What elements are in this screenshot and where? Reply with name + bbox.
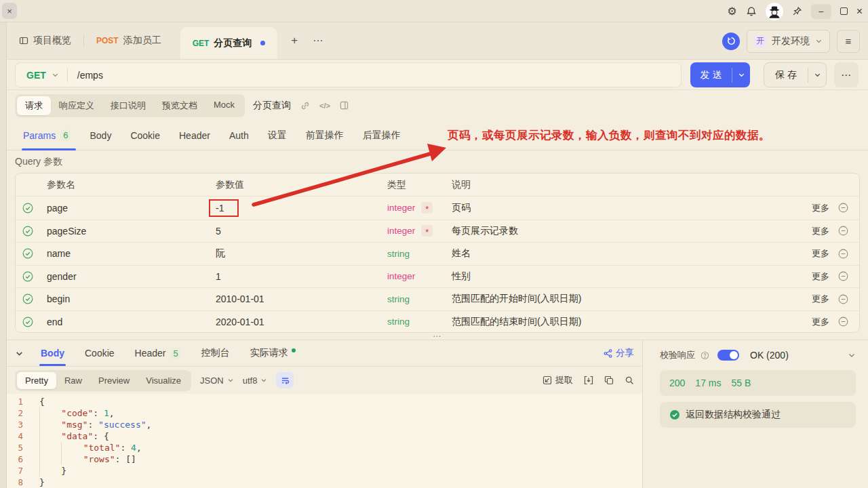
- param-name[interactable]: gender: [40, 271, 208, 282]
- env-check-icon[interactable]: [722, 33, 740, 50]
- doc-tab-api-doc[interactable]: 接口说明: [102, 96, 154, 115]
- encoding-select[interactable]: utf8: [243, 375, 268, 386]
- tab-get-page-query-active[interactable]: GET 分页查询: [180, 27, 278, 59]
- remove-param-icon[interactable]: [838, 226, 848, 236]
- panel-resize-handle[interactable]: ⋯: [7, 333, 868, 340]
- mode-raw[interactable]: Raw: [56, 372, 90, 389]
- overlay-close-button[interactable]: ×: [2, 3, 17, 19]
- param-enabled-checkbox[interactable]: [16, 271, 40, 282]
- param-value[interactable]: 5: [216, 226, 221, 237]
- tab-pre-actions[interactable]: 前置操作: [296, 121, 353, 150]
- param-desc[interactable]: 范围匹配的结束时间(入职日期): [448, 316, 797, 328]
- tab-params[interactable]: Params 6: [15, 121, 80, 150]
- remove-param-icon[interactable]: [838, 317, 848, 327]
- collapse-chevron-icon[interactable]: [15, 349, 24, 358]
- resp-tab-cookie[interactable]: Cookie: [75, 340, 125, 366]
- param-value[interactable]: 1: [216, 271, 221, 282]
- tab-auth[interactable]: Auth: [220, 121, 258, 150]
- param-name[interactable]: end: [40, 317, 208, 327]
- link-icon[interactable]: [300, 101, 310, 110]
- param-value[interactable]: -1: [209, 199, 239, 217]
- resp-tab-actual-request[interactable]: 实际请求: [240, 340, 306, 366]
- param-value-cell[interactable]: -1: [208, 199, 380, 217]
- share-button[interactable]: 分享: [604, 347, 634, 359]
- param-name[interactable]: pageSize: [40, 226, 208, 237]
- param-desc[interactable]: 范围匹配的开始时间(入职日期): [448, 293, 797, 305]
- url-path[interactable]: /emps: [77, 70, 103, 81]
- doc-tab-preview[interactable]: 预览文档: [154, 96, 205, 115]
- notifications-bell-icon[interactable]: [746, 6, 757, 17]
- resp-tab-header[interactable]: Header 5: [125, 340, 191, 366]
- param-enabled-checkbox[interactable]: [16, 248, 40, 259]
- param-value[interactable]: 阮: [216, 247, 225, 260]
- new-tab-button[interactable]: +: [287, 34, 302, 47]
- doc-tab-response-def[interactable]: 响应定义: [51, 96, 102, 115]
- window-minimize-button[interactable]: −: [811, 4, 831, 19]
- param-value-cell[interactable]: 5: [208, 226, 380, 237]
- param-name[interactable]: begin: [40, 293, 208, 304]
- mode-preview[interactable]: Preview: [90, 372, 138, 389]
- user-avatar[interactable]: [766, 3, 783, 20]
- code-icon[interactable]: </>: [319, 102, 330, 110]
- tab-header[interactable]: Header: [170, 121, 220, 150]
- save-response-icon[interactable]: [584, 375, 593, 385]
- save-button[interactable]: 保 存: [764, 62, 827, 87]
- param-desc[interactable]: 每页展示记录数: [448, 225, 797, 237]
- method-select[interactable]: GET: [26, 70, 46, 81]
- param-value-cell[interactable]: 2020-01-01: [208, 317, 380, 327]
- copy-icon[interactable]: [604, 375, 614, 385]
- tab-post-add-employee[interactable]: POST 添加员工: [92, 22, 165, 60]
- tab-settings[interactable]: 设置: [258, 121, 296, 150]
- window-close-button[interactable]: ×: [856, 5, 863, 18]
- request-more-button[interactable]: ⋯: [834, 62, 859, 87]
- window-maximize-button[interactable]: [840, 7, 848, 15]
- param-desc[interactable]: 姓名: [448, 247, 797, 260]
- remove-param-icon[interactable]: [838, 294, 848, 304]
- remove-param-icon[interactable]: [838, 271, 848, 281]
- response-body-editor[interactable]: 1{2 "code": 1,3 "msg": "success",4 "data…: [7, 394, 642, 488]
- tab-cookie[interactable]: Cookie: [121, 121, 170, 150]
- param-desc[interactable]: 性别: [448, 270, 797, 283]
- extract-button[interactable]: 提取: [542, 374, 573, 386]
- param-more-button[interactable]: 更多: [812, 247, 829, 260]
- remove-param-icon[interactable]: [838, 203, 848, 213]
- send-button[interactable]: 发 送: [690, 62, 750, 87]
- tab-overflow-button[interactable]: ⋯: [309, 35, 328, 47]
- param-enabled-checkbox[interactable]: [16, 203, 40, 214]
- chevron-down-icon[interactable]: [848, 351, 856, 359]
- collapsed-sidebar-strip[interactable]: [0, 22, 7, 488]
- settings-gear-icon[interactable]: ⚙: [727, 6, 736, 17]
- param-value-cell[interactable]: 阮: [208, 247, 380, 260]
- resp-tab-body[interactable]: Body: [31, 340, 75, 366]
- save-dropdown[interactable]: [808, 71, 826, 79]
- tab-body[interactable]: Body: [80, 121, 121, 150]
- resp-tab-console[interactable]: 控制台: [191, 340, 240, 366]
- param-more-button[interactable]: 更多: [812, 293, 829, 305]
- doc-tab-request[interactable]: 请求: [17, 96, 51, 115]
- help-icon[interactable]: [701, 351, 709, 360]
- param-more-button[interactable]: 更多: [812, 270, 829, 283]
- validate-toggle[interactable]: [717, 350, 739, 361]
- search-icon[interactable]: [625, 375, 634, 385]
- environment-menu-button[interactable]: ≡: [837, 30, 860, 53]
- param-value[interactable]: 2010-01-01: [216, 293, 264, 304]
- format-select[interactable]: JSON: [200, 375, 234, 386]
- param-name[interactable]: name: [40, 248, 208, 259]
- send-dropdown[interactable]: [732, 71, 750, 79]
- param-value[interactable]: 2020-01-01: [216, 317, 264, 327]
- mode-pretty[interactable]: Pretty: [17, 372, 56, 389]
- param-name[interactable]: page: [40, 203, 208, 214]
- pin-icon[interactable]: [792, 6, 802, 16]
- doc-tab-mock[interactable]: Mock: [205, 96, 243, 115]
- param-more-button[interactable]: 更多: [812, 316, 829, 328]
- param-desc[interactable]: 页码: [448, 202, 797, 214]
- mode-visualize[interactable]: Visualize: [138, 372, 189, 389]
- param-enabled-checkbox[interactable]: [16, 317, 40, 327]
- tab-project-overview[interactable]: 项目概览: [15, 22, 75, 60]
- param-value-cell[interactable]: 2010-01-01: [208, 293, 380, 304]
- param-value-cell[interactable]: 1: [208, 271, 380, 282]
- remove-param-icon[interactable]: [838, 249, 848, 259]
- param-more-button[interactable]: 更多: [812, 225, 829, 237]
- environment-selector[interactable]: 开 开发环境: [747, 30, 830, 53]
- word-wrap-toggle[interactable]: [276, 372, 294, 388]
